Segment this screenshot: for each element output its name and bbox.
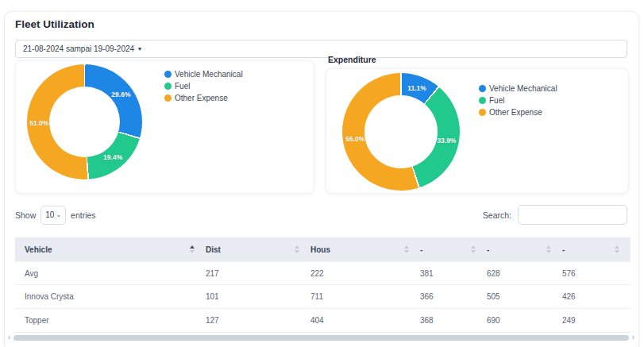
legend-label: Fuel [175,82,190,91]
column-label: - [420,245,422,254]
donut-hole [364,95,438,168]
horizontal-scrollbar[interactable]: ‹ › [8,334,634,341]
legend-item-other-expense: Other Expense [164,94,243,102]
legend-dot-icon [479,109,486,116]
legend-item-vehicle-mechanical: Vehicle Mechanical [164,70,243,79]
legend-label: Vehicle Mechanical [489,84,557,93]
column-header-vehicle[interactable]: Vehicle [15,237,206,261]
legend-dot-icon [479,85,486,92]
column-label: - [487,245,489,254]
donut-slice-label: 19.4% [103,153,122,161]
table-cell: 690 [487,316,562,325]
caret-down-icon: ▾ [138,46,141,52]
legend-label: Fuel [489,96,504,105]
table-cell: 381 [420,269,487,278]
legend-dot-icon [164,71,172,78]
expenditure-chart-title: Expenditure [328,55,376,64]
vehicle-table: VehicleDistHous--- Avg217222381628576Inn… [15,237,631,333]
date-range-label: 21-08-2024 sampai 19-09-2024 [23,44,134,53]
legend-item-vehicle-mechanical: Vehicle Mechanical [479,84,557,93]
table-row: Innova Crysta101711366505426 [15,285,631,309]
sort-arrows-icon [471,245,476,253]
page-title: Fleet Utilization [15,18,94,30]
donut-slice-label: 29.6% [111,91,130,98]
column-header-col5[interactable]: - [487,237,562,261]
legend-label: Other Expense [175,94,228,102]
table-cell: Topper [15,316,206,325]
column-header-dist[interactable]: Dist [206,237,310,261]
column-label: Vehicle [25,245,52,254]
sort-arrows-icon [546,245,551,253]
sort-arrows-icon [295,245,299,253]
fleet-utilization-panel: Fleet Utilization 21-08-2024 sampai 19-0… [4,11,639,347]
table-header-row: VehicleDistHous--- [15,237,631,261]
table-row: Topper127404368690249 [15,309,631,333]
show-label: Show [15,210,36,220]
expenditure-chart-card: 11.1%33.9%55.0% Vehicle MechanicalFuelOt… [326,68,629,194]
donut-slice-label: 55.0% [345,135,364,143]
expenditure-chart-legend: Vehicle MechanicalFuelOther Expense [479,84,557,117]
utilization-donut-chart: 29.6%19.4%51.0% [27,64,142,179]
table-cell: 368 [420,316,487,325]
scrollbar-thumb[interactable] [13,335,628,341]
legend-dot-icon [164,94,172,102]
sort-arrows-icon [404,245,409,253]
column-header-hous[interactable]: Hous [310,237,420,261]
page-size-select[interactable]: 10 ⌄ [40,206,66,225]
table-cell: Avg [15,269,206,278]
column-header-col6[interactable]: - [562,237,631,261]
table-cell: 127 [206,316,310,325]
table-cell: 249 [562,316,631,325]
table-cell: 222 [310,269,420,278]
column-header-col4[interactable]: - [420,237,487,261]
legend-dot-icon [164,83,172,90]
scroll-left-icon[interactable]: ‹ [8,334,10,341]
search-area: Search: [483,205,627,225]
table-cell: Innova Crysta [15,292,206,301]
table-controls: Show 10 ⌄ entries Search: [15,205,627,225]
donut-hole [49,87,121,158]
legend-dot-icon [479,97,486,104]
donut-slice-label: 51.0% [29,119,48,127]
table-cell: 628 [487,269,562,278]
page-size-value: 10 [45,210,54,219]
expenditure-donut-chart: 11.1%33.9%55.0% [342,73,460,191]
table-cell: 505 [487,292,562,301]
donut-slice-label: 33.9% [437,137,456,145]
legend-label: Vehicle Mechanical [175,70,243,79]
column-label: Dist [206,245,221,254]
table-row: Avg217222381628576 [15,261,631,285]
search-input[interactable] [518,205,627,225]
legend-item-other-expense: Other Expense [479,108,557,117]
table-cell: 711 [310,292,420,301]
table-cell: 426 [562,292,631,301]
column-label: - [562,245,565,254]
table-cell: 366 [420,292,487,301]
chevron-down-icon: ⌄ [56,214,61,217]
table-cell: 101 [206,292,310,301]
table-cell: 217 [206,269,310,278]
table-cell: 404 [310,316,420,325]
sort-arrows-icon [615,245,619,253]
legend-item-fuel: Fuel [479,96,557,105]
legend-label: Other Expense [489,108,542,117]
column-label: Hous [310,245,330,254]
legend-item-fuel: Fuel [164,82,243,91]
date-range-dropdown[interactable]: 21-08-2024 sampai 19-09-2024 ▾ [15,40,627,58]
table-body: Avg217222381628576Innova Crysta101711366… [15,261,631,333]
scroll-right-icon[interactable]: › [632,334,634,341]
search-label: Search: [483,210,511,220]
entries-label: entries [71,210,96,220]
utilization-chart-card: 29.6%19.4%51.0% Vehicle MechanicalFuelOt… [15,60,314,194]
table-cell: 576 [562,269,631,278]
sort-arrows-icon [190,245,195,253]
utilization-chart-legend: Vehicle MechanicalFuelOther Expense [164,70,243,102]
donut-slice-label: 11.1% [407,84,426,92]
